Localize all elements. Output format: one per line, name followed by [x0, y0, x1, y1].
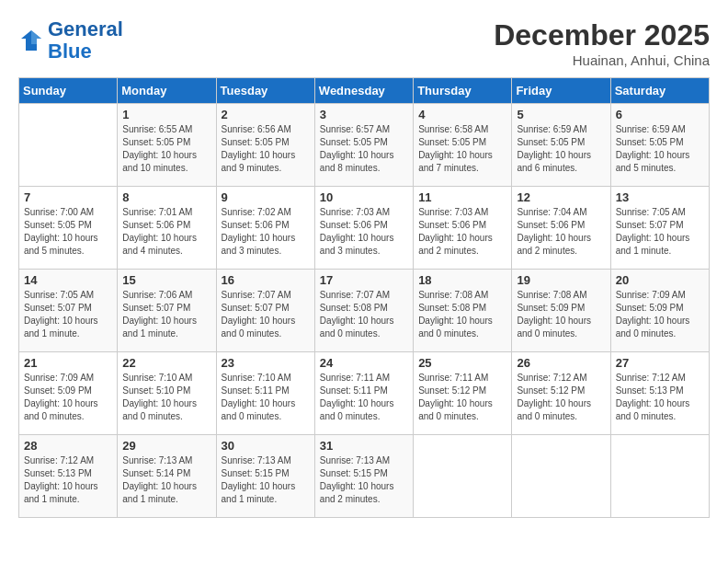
day-number: 31	[320, 439, 408, 453]
day-number: 23	[222, 356, 310, 370]
calendar-cell: 18Sunrise: 7:08 AM Sunset: 5:08 PM Dayli…	[414, 270, 512, 352]
day-number: 22	[122, 356, 210, 370]
day-info: Sunrise: 7:12 AM Sunset: 5:12 PM Dayligh…	[517, 372, 605, 423]
day-number: 26	[517, 356, 605, 370]
day-info: Sunrise: 7:08 AM Sunset: 5:08 PM Dayligh…	[418, 289, 506, 340]
day-info: Sunrise: 7:10 AM Sunset: 5:11 PM Dayligh…	[222, 372, 310, 423]
day-number: 28	[24, 439, 112, 453]
day-info: Sunrise: 7:10 AM Sunset: 5:10 PM Dayligh…	[122, 372, 210, 423]
day-number: 9	[222, 190, 310, 204]
calendar-cell: 28Sunrise: 7:12 AM Sunset: 5:13 PM Dayli…	[19, 435, 118, 518]
day-info: Sunrise: 7:03 AM Sunset: 5:06 PM Dayligh…	[418, 206, 506, 258]
calendar-cell: 30Sunrise: 7:13 AM Sunset: 5:15 PM Dayli…	[216, 435, 314, 518]
day-info: Sunrise: 7:05 AM Sunset: 5:07 PM Dayligh…	[616, 206, 704, 258]
calendar-cell: 26Sunrise: 7:12 AM Sunset: 5:12 PM Dayli…	[512, 352, 610, 435]
calendar-cell: 24Sunrise: 7:11 AM Sunset: 5:11 PM Dayli…	[314, 352, 413, 435]
day-info: Sunrise: 7:04 AM Sunset: 5:06 PM Dayligh…	[517, 206, 605, 258]
day-number: 19	[517, 273, 605, 287]
calendar-cell: 8Sunrise: 7:01 AM Sunset: 5:06 PM Daylig…	[118, 187, 216, 270]
calendar-cell: 6Sunrise: 6:59 AM Sunset: 5:05 PM Daylig…	[610, 104, 709, 187]
day-info: Sunrise: 6:56 AM Sunset: 5:05 PM Dayligh…	[222, 123, 310, 175]
day-number: 6	[616, 108, 704, 121]
day-info: Sunrise: 7:13 AM Sunset: 5:14 PM Dayligh…	[122, 454, 210, 506]
svg-marker-1	[31, 30, 41, 44]
calendar-cell: 3Sunrise: 6:57 AM Sunset: 5:05 PM Daylig…	[314, 104, 413, 187]
day-number: 2	[222, 108, 310, 121]
day-info: Sunrise: 7:07 AM Sunset: 5:08 PM Dayligh…	[320, 289, 408, 340]
month-title: December 2025	[494, 18, 710, 52]
calendar-cell	[414, 435, 512, 518]
calendar-cell: 10Sunrise: 7:03 AM Sunset: 5:06 PM Dayli…	[314, 187, 413, 270]
day-info: Sunrise: 6:59 AM Sunset: 5:05 PM Dayligh…	[517, 123, 605, 175]
day-info: Sunrise: 7:09 AM Sunset: 5:09 PM Dayligh…	[24, 372, 112, 423]
calendar-cell: 29Sunrise: 7:13 AM Sunset: 5:14 PM Dayli…	[118, 435, 216, 518]
calendar-week-row: 28Sunrise: 7:12 AM Sunset: 5:13 PM Dayli…	[19, 435, 710, 518]
weekday-header: Thursday	[414, 78, 512, 104]
calendar-cell: 12Sunrise: 7:04 AM Sunset: 5:06 PM Dayli…	[512, 187, 610, 270]
day-number: 21	[24, 356, 112, 370]
calendar-cell: 21Sunrise: 7:09 AM Sunset: 5:09 PM Dayli…	[19, 352, 118, 435]
calendar-cell: 1Sunrise: 6:55 AM Sunset: 5:05 PM Daylig…	[118, 104, 216, 187]
day-number: 13	[616, 190, 704, 204]
calendar-week-row: 7Sunrise: 7:00 AM Sunset: 5:05 PM Daylig…	[19, 187, 710, 270]
day-number: 3	[320, 108, 408, 121]
day-info: Sunrise: 7:13 AM Sunset: 5:15 PM Dayligh…	[320, 454, 408, 506]
day-info: Sunrise: 7:12 AM Sunset: 5:13 PM Dayligh…	[616, 372, 704, 423]
calendar-cell: 4Sunrise: 6:58 AM Sunset: 5:05 PM Daylig…	[414, 104, 512, 187]
calendar-cell: 7Sunrise: 7:00 AM Sunset: 5:05 PM Daylig…	[19, 187, 118, 270]
logo-icon	[18, 28, 44, 53]
logo-text: General Blue	[48, 18, 123, 63]
day-info: Sunrise: 7:07 AM Sunset: 5:07 PM Dayligh…	[222, 289, 310, 340]
day-number: 12	[517, 190, 605, 204]
weekday-header-row: SundayMondayTuesdayWednesdayThursdayFrid…	[19, 78, 710, 104]
calendar-cell: 31Sunrise: 7:13 AM Sunset: 5:15 PM Dayli…	[314, 435, 413, 518]
day-number: 8	[122, 190, 210, 204]
day-info: Sunrise: 6:58 AM Sunset: 5:05 PM Dayligh…	[418, 123, 506, 175]
calendar-week-row: 1Sunrise: 6:55 AM Sunset: 5:05 PM Daylig…	[19, 104, 710, 187]
day-number: 30	[222, 439, 310, 453]
day-info: Sunrise: 7:09 AM Sunset: 5:09 PM Dayligh…	[616, 289, 704, 340]
day-info: Sunrise: 6:59 AM Sunset: 5:05 PM Dayligh…	[616, 123, 704, 175]
day-info: Sunrise: 6:55 AM Sunset: 5:05 PM Dayligh…	[122, 123, 210, 175]
logo: General Blue	[18, 18, 123, 63]
location: Huainan, Anhui, China	[494, 52, 710, 68]
weekday-header: Monday	[118, 78, 216, 104]
logo-general: General	[48, 17, 123, 40]
day-number: 16	[222, 273, 310, 287]
day-number: 20	[616, 273, 704, 287]
day-number: 4	[418, 108, 506, 121]
day-number: 14	[24, 273, 112, 287]
calendar-cell: 16Sunrise: 7:07 AM Sunset: 5:07 PM Dayli…	[216, 270, 314, 352]
page-header: General Blue December 2025 Huainan, Anhu…	[18, 18, 710, 68]
calendar-cell	[512, 435, 610, 518]
day-info: Sunrise: 7:11 AM Sunset: 5:12 PM Dayligh…	[418, 372, 506, 423]
day-number: 18	[418, 273, 506, 287]
day-info: Sunrise: 7:13 AM Sunset: 5:15 PM Dayligh…	[222, 454, 310, 506]
day-number: 1	[122, 108, 210, 121]
day-number: 7	[24, 190, 112, 204]
day-number: 24	[320, 356, 408, 370]
day-info: Sunrise: 7:11 AM Sunset: 5:11 PM Dayligh…	[320, 372, 408, 423]
calendar-cell: 17Sunrise: 7:07 AM Sunset: 5:08 PM Dayli…	[314, 270, 413, 352]
day-info: Sunrise: 7:00 AM Sunset: 5:05 PM Dayligh…	[24, 206, 112, 258]
day-info: Sunrise: 7:06 AM Sunset: 5:07 PM Dayligh…	[122, 289, 210, 340]
day-number: 10	[320, 190, 408, 204]
weekday-header: Sunday	[19, 78, 118, 104]
calendar-cell: 13Sunrise: 7:05 AM Sunset: 5:07 PM Dayli…	[610, 187, 709, 270]
logo-blue: Blue	[48, 40, 92, 63]
calendar-cell: 2Sunrise: 6:56 AM Sunset: 5:05 PM Daylig…	[216, 104, 314, 187]
calendar-cell: 20Sunrise: 7:09 AM Sunset: 5:09 PM Dayli…	[610, 270, 709, 352]
calendar-week-row: 21Sunrise: 7:09 AM Sunset: 5:09 PM Dayli…	[19, 352, 710, 435]
calendar-cell: 27Sunrise: 7:12 AM Sunset: 5:13 PM Dayli…	[610, 352, 709, 435]
day-info: Sunrise: 7:03 AM Sunset: 5:06 PM Dayligh…	[320, 206, 408, 258]
calendar-cell	[19, 104, 118, 187]
calendar-cell: 22Sunrise: 7:10 AM Sunset: 5:10 PM Dayli…	[118, 352, 216, 435]
day-info: Sunrise: 7:01 AM Sunset: 5:06 PM Dayligh…	[122, 206, 210, 258]
title-block: December 2025 Huainan, Anhui, China	[494, 18, 710, 68]
calendar-cell: 23Sunrise: 7:10 AM Sunset: 5:11 PM Dayli…	[216, 352, 314, 435]
calendar-week-row: 14Sunrise: 7:05 AM Sunset: 5:07 PM Dayli…	[19, 270, 710, 352]
day-number: 25	[418, 356, 506, 370]
day-number: 17	[320, 273, 408, 287]
weekday-header: Wednesday	[314, 78, 413, 104]
weekday-header: Saturday	[610, 78, 709, 104]
